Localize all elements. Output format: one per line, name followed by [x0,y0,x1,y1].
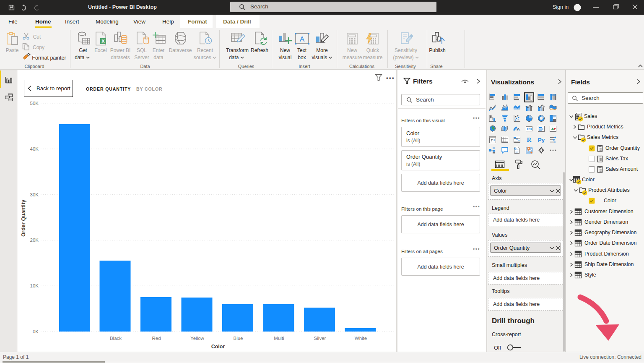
svg-text:X: X [101,39,105,44]
svg-text:Py: Py [538,137,545,143]
svg-text:Red: Red [152,336,161,341]
svg-text:White: White [355,336,367,341]
svg-text:Black: Black [110,336,122,341]
svg-text:Yellow: Yellow [190,336,205,341]
svg-text:10K: 10K [30,283,39,288]
svg-text:Order Quantity: Order Quantity [21,200,26,237]
svg-text:R: R [527,136,532,143]
svg-text:Color: Color [211,344,225,350]
svg-text:30K: 30K [30,192,39,197]
svg-text:40K: 40K [30,146,39,151]
svg-text:Silver: Silver [314,336,326,341]
svg-text:123: 123 [527,127,532,131]
svg-text:0K: 0K [33,329,39,334]
svg-text:Multi: Multi [274,336,284,341]
svg-text:20K: 20K [30,238,39,243]
svg-text:Blue: Blue [233,336,243,341]
svg-text:A: A [300,35,305,43]
svg-text:50K: 50K [30,101,39,106]
